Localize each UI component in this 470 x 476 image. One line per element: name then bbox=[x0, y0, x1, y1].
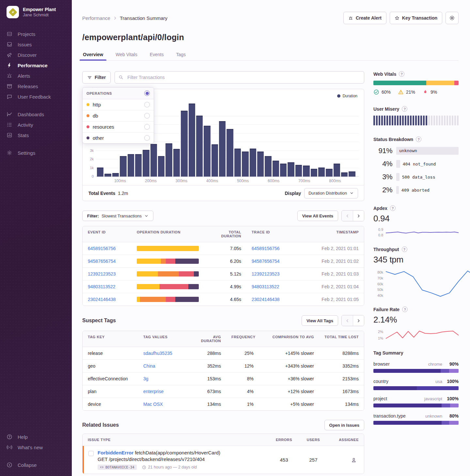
question-icon[interactable]: ? bbox=[402, 307, 408, 312]
tags-prev-button[interactable] bbox=[342, 315, 353, 326]
tags-next-button[interactable] bbox=[353, 315, 364, 326]
events-filter-select[interactable]: Filter: Slowest Transactions bbox=[82, 211, 153, 221]
sidebar-item-dashboards[interactable]: Dashboards bbox=[0, 109, 72, 119]
event-id-link[interactable]: 64589156756 bbox=[88, 246, 116, 251]
operation-radio[interactable] bbox=[144, 135, 150, 141]
sidebar-item-activity[interactable]: Activity bbox=[0, 119, 72, 130]
tag-summary-bar[interactable] bbox=[373, 369, 459, 373]
performance-icon bbox=[7, 62, 12, 68]
events-next-button[interactable] bbox=[353, 211, 364, 221]
sidebar-item-user-feedback[interactable]: User Feedback bbox=[0, 91, 72, 102]
total-events-value: 1.2m bbox=[118, 191, 128, 196]
histogram-bar bbox=[234, 149, 241, 177]
sidebar-item-releases[interactable]: Releases bbox=[0, 81, 72, 91]
tag-value-link[interactable]: Mac OSX bbox=[143, 402, 163, 407]
assignee-avatar-icon[interactable] bbox=[351, 457, 357, 463]
sidebar-item-projects[interactable]: Projects bbox=[0, 29, 72, 39]
search-input[interactable] bbox=[115, 71, 364, 84]
operation-option-http[interactable]: http bbox=[83, 99, 154, 110]
operations-dropdown-header[interactable]: OPERATIONS bbox=[83, 87, 154, 99]
trace-id-link[interactable]: 23024146438 bbox=[252, 297, 280, 302]
tag-summary-bar[interactable] bbox=[373, 421, 459, 425]
sidebar-item-discover[interactable]: Discover bbox=[0, 50, 72, 60]
event-id-link[interactable]: 94587656754 bbox=[88, 259, 116, 264]
total-time-lost-cell: 134ms bbox=[319, 398, 364, 410]
status-percent: 4% bbox=[373, 160, 392, 168]
sidebar-item-stats[interactable]: Stats bbox=[0, 130, 72, 140]
org-switcher[interactable]: Empower Plant Jane Schmidt bbox=[0, 0, 72, 27]
tab-overview[interactable]: Overview bbox=[82, 49, 104, 60]
breadcrumb-performance[interactable]: Performance bbox=[82, 15, 110, 21]
tag-summary-bar[interactable] bbox=[373, 404, 459, 407]
operation-duration-bar bbox=[137, 271, 199, 277]
issue-row[interactable]: ForbiddenError fetchData(app/components/… bbox=[83, 446, 364, 474]
sidebar-item-alerts[interactable]: Alerts bbox=[0, 71, 72, 81]
sidebar-item-performance[interactable]: Performance bbox=[0, 60, 72, 71]
web-vitals-title: Web Vitals bbox=[373, 71, 396, 77]
histogram-bar bbox=[242, 151, 248, 177]
tag-summary-segment bbox=[373, 404, 442, 407]
trace-id-link[interactable]: 64589156756 bbox=[252, 246, 280, 251]
timestamp-cell: Feb 2, 2021 01:04 bbox=[305, 280, 364, 293]
operations-all-radio[interactable] bbox=[144, 90, 150, 96]
sidebar-item-label: Activity bbox=[18, 122, 33, 128]
misery-tick bbox=[384, 116, 385, 125]
misery-tick bbox=[431, 116, 432, 125]
question-icon[interactable]: ? bbox=[399, 71, 404, 77]
avg-duration-cell: 673ms bbox=[187, 385, 226, 398]
issue-error-detail: fetchData(app/components/HoverCard) bbox=[135, 450, 220, 455]
axis-tick-label: 2% bbox=[378, 330, 383, 334]
event-id-link[interactable]: 94803113522 bbox=[88, 284, 116, 289]
issue-checkbox[interactable] bbox=[88, 451, 94, 456]
comparison-cell: +145% slower bbox=[259, 347, 319, 359]
key-transaction-button[interactable]: Key Transaction bbox=[390, 12, 442, 24]
misery-tick bbox=[436, 116, 438, 125]
trace-id-link[interactable]: 94803113522 bbox=[252, 284, 279, 289]
tab-tags[interactable]: Tags bbox=[175, 49, 186, 60]
table-row: planenterprise673ms4%+12% slower1673ms bbox=[83, 385, 364, 398]
operation-color-dot-icon bbox=[86, 103, 89, 106]
issue-error-type-link[interactable]: ForbiddenError bbox=[98, 450, 133, 455]
tag-summary-bar[interactable] bbox=[373, 386, 459, 390]
sidebar-item-issues[interactable]: Issues bbox=[0, 39, 72, 50]
sidebar-item-what-s-new[interactable]: What's new bbox=[0, 442, 72, 452]
histogram-bar bbox=[295, 165, 302, 177]
sidebar-item-collapse[interactable]: Collapse bbox=[0, 460, 72, 470]
display-select[interactable]: Duration Distribution bbox=[304, 188, 358, 198]
tag-value-link[interactable]: China bbox=[143, 363, 155, 369]
operation-option-resources[interactable]: resources bbox=[83, 121, 154, 133]
question-icon[interactable]: ? bbox=[390, 205, 396, 211]
operation-radio[interactable] bbox=[144, 102, 150, 107]
tab-web-vitals[interactable]: Web Vitals bbox=[115, 49, 138, 60]
question-icon[interactable]: ? bbox=[416, 136, 421, 142]
settings-gear-button[interactable] bbox=[446, 12, 459, 24]
operation-option-other[interactable]: other bbox=[83, 133, 154, 143]
tag-value-link[interactable]: sdaufhu35235 bbox=[143, 351, 172, 356]
tag-value-link[interactable]: 3g bbox=[143, 376, 149, 381]
trace-id-link[interactable]: 12392123523 bbox=[252, 271, 280, 277]
misery-tick bbox=[441, 116, 443, 125]
question-icon[interactable]: ? bbox=[402, 246, 407, 252]
operation-option-db[interactable]: db bbox=[83, 110, 154, 121]
question-icon[interactable]: ? bbox=[402, 106, 407, 112]
operation-radio[interactable] bbox=[144, 113, 150, 119]
event-id-link[interactable]: 23024146438 bbox=[88, 297, 116, 302]
tag-value-link[interactable]: enterprise bbox=[143, 389, 164, 394]
tag-summary-value: javascript bbox=[424, 396, 442, 401]
comparison-cell: +12% slower bbox=[259, 385, 319, 398]
trace-id-link[interactable]: 94587656754 bbox=[252, 259, 280, 264]
event-id-link[interactable]: 12392123523 bbox=[88, 271, 116, 277]
sidebar-item-help[interactable]: Help bbox=[0, 432, 72, 442]
sidebar-item-settings[interactable]: Settings bbox=[0, 148, 72, 158]
operation-radio[interactable] bbox=[144, 124, 150, 130]
tab-events[interactable]: Events bbox=[149, 49, 164, 60]
tag-summary-segment bbox=[373, 369, 441, 373]
filter-button[interactable]: Filter bbox=[82, 71, 111, 84]
events-prev-button[interactable] bbox=[342, 211, 353, 221]
open-in-issues-button[interactable]: Open in Issues bbox=[324, 420, 364, 430]
timestamp-cell: Feb 2, 2021 01:05 bbox=[305, 293, 364, 306]
view-all-tags-button[interactable]: View All Tags bbox=[302, 315, 338, 326]
view-all-events-button[interactable]: View All Events bbox=[297, 211, 338, 221]
issue-project-chip[interactable]: BOTANAVOICE-34 bbox=[98, 465, 137, 470]
create-alert-button[interactable]: Create Alert bbox=[343, 12, 386, 24]
